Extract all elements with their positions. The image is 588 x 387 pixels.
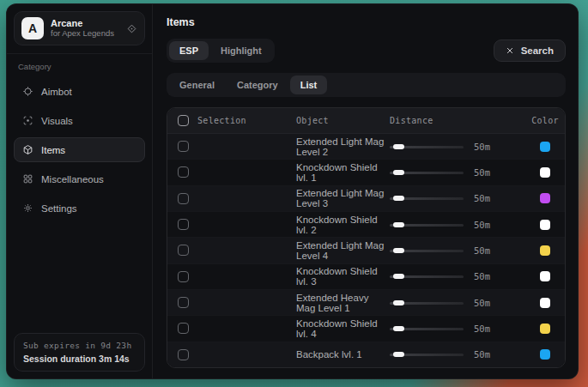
color-swatch[interactable] [540,349,550,360]
sidebar-item-visuals[interactable]: Visuals [14,108,145,133]
slider-thumb[interactable] [393,170,404,175]
app-name: Arcane [51,18,114,29]
object-name: Extended Heavy Mag Level 1 [296,293,390,313]
page-title: Items [167,16,566,28]
object-name: Knockdown Shield lvl. 1 [296,162,390,183]
object-name: Extended Light Mag Level 4 [296,240,390,261]
color-swatch[interactable] [540,271,550,281]
tab-highlight[interactable]: Highlight [210,41,272,60]
distance-value: 50m [474,349,490,360]
distance-value: 50m [474,220,490,230]
tab-list[interactable]: List [290,76,328,94]
app-window: A Arcane for Apex Legends Category Aimbo… [6,3,579,379]
sidebar-item-settings[interactable]: Settings [14,196,145,221]
header-distance: Distance [390,116,525,125]
slider-thumb[interactable] [393,300,404,305]
color-swatch[interactable] [540,298,550,308]
table-header: Selection Object Distance Color [167,108,565,134]
object-name: Knockdown Shield lvl. 3 [296,266,390,287]
search-button[interactable]: Search [494,39,566,62]
color-swatch[interactable] [540,167,550,178]
distance-value: 50m [474,193,490,203]
color-swatch[interactable] [540,324,550,334]
color-swatch[interactable] [540,193,550,203]
table-row: Extended Heavy Mag Level 1 50m [167,290,565,316]
distance-value: 50m [474,167,490,178]
table-row: Knockdown Shield lvl. 1 50m [167,160,565,185]
row-checkbox[interactable] [178,219,189,230]
mode-tabs: ESP Highlight [167,39,275,63]
table-body: Extended Light Mag Level 2 50m Knockdown… [167,134,565,367]
distance-value: 50m [474,142,490,152]
distance-value: 50m [474,298,490,308]
tab-category[interactable]: Category [227,76,288,94]
scan-icon [22,115,33,126]
slider-thumb[interactable] [393,248,404,253]
color-swatch[interactable] [540,220,550,230]
sub-expires-text: Sub expires in 9d 23h [23,341,136,350]
category-label: Category [18,62,141,71]
slider-thumb[interactable] [393,144,404,149]
tab-esp[interactable]: ESP [169,41,209,60]
row-checkbox[interactable] [178,323,189,334]
sidebar-item-label: Settings [41,203,77,214]
sidebar-item-label: Items [41,145,65,155]
slider-thumb[interactable] [393,326,404,331]
object-name: Knockdown Shield lvl. 4 [296,318,390,339]
object-name: Backpack lvl. 1 [296,349,390,360]
header-color: Color [525,116,565,125]
object-name: Extended Light Mag Level 3 [296,188,390,209]
object-name: Knockdown Shield lvl. 2 [296,215,390,235]
header-selection: Selection [197,116,246,125]
row-checkbox[interactable] [178,245,189,256]
sidebar-item-miscellaneous[interactable]: Miscellaneous [14,166,145,191]
distance-value: 50m [474,324,490,334]
distance-value: 50m [474,271,490,281]
logo-letter: A [28,21,37,35]
distance-slider[interactable] [390,142,464,152]
tab-general[interactable]: General [169,76,225,94]
select-all-checkbox[interactable] [178,115,189,126]
color-swatch[interactable] [540,245,550,256]
view-tabs: General Category List [167,73,566,97]
search-button-label: Search [521,45,554,56]
row-checkbox[interactable] [178,166,189,178]
sidebar-item-label: Visuals [41,116,73,126]
distance-value: 50m [474,245,490,256]
object-name: Extended Light Mag Level 2 [296,136,390,157]
distance-slider[interactable] [390,271,464,281]
search-icon [506,46,514,55]
sidebar-item-aimbot[interactable]: Aimbot [14,79,145,104]
package-icon [22,144,33,155]
distance-slider[interactable] [390,245,464,256]
row-checkbox[interactable] [178,297,189,308]
table-row: Extended Light Mag Level 3 50m [167,186,565,212]
slider-thumb[interactable] [393,196,404,201]
color-swatch[interactable] [540,142,550,152]
diamond-icon[interactable] [126,23,137,34]
app-header: A Arcane for Apex Legends [14,11,145,45]
slider-thumb[interactable] [393,352,404,357]
row-checkbox[interactable] [178,141,189,152]
distance-slider[interactable] [390,193,464,203]
slider-thumb[interactable] [393,222,404,227]
row-checkbox[interactable] [178,349,189,360]
sidebar: A Arcane for Apex Legends Category Aimbo… [7,4,153,378]
distance-slider[interactable] [390,349,464,360]
distance-slider[interactable] [390,220,464,230]
sidebar-item-label: Aimbot [41,87,72,97]
distance-slider[interactable] [390,167,464,178]
sidebar-item-label: Miscellaneous [41,174,104,184]
distance-slider[interactable] [390,324,464,334]
sidebar-item-items[interactable]: Items [14,137,145,162]
slider-thumb[interactable] [393,274,404,279]
distance-slider[interactable] [390,298,464,308]
table-row: Extended Light Mag Level 4 50m [167,238,565,263]
table-row: Extended Light Mag Level 2 50m [167,134,565,160]
items-table: Selection Object Distance Color Extended… [167,107,566,368]
gear-icon [22,203,33,214]
table-row: Knockdown Shield lvl. 3 50m [167,264,565,290]
row-checkbox[interactable] [178,271,189,282]
session-info-box: Sub expires in 9d 23h Session duration 3… [14,333,145,372]
row-checkbox[interactable] [178,193,189,204]
